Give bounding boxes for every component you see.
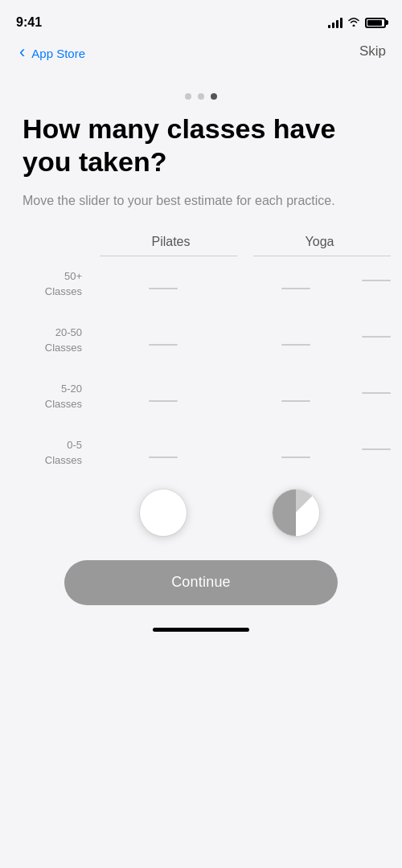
pilates-header: Pilates [96, 235, 245, 249]
skip-button[interactable]: Skip [359, 43, 386, 59]
grid-headers: Pilates Yoga [96, 235, 394, 249]
continue-button[interactable]: Continue [64, 560, 338, 605]
dot-1 [185, 93, 191, 100]
wifi-icon [347, 16, 360, 29]
row-0-5-pilates [96, 448, 229, 458]
row-20-50-pilates [96, 336, 229, 346]
row-0-5-cols [96, 448, 394, 458]
row-50plus-pilates [96, 280, 229, 289]
class-grid: Pilates Yoga 50+Classes 20-50Classes [8, 235, 394, 536]
back-button[interactable]: ‹ [16, 39, 28, 66]
battery-icon [365, 18, 386, 28]
row-0-5-label: 0-5Classes [8, 438, 96, 467]
row-50plus-yoga [229, 280, 362, 289]
status-bar: 9:41 [0, 0, 402, 39]
pagination-dots [185, 93, 217, 100]
row-20-50: 20-50Classes [8, 313, 394, 369]
status-icons [328, 16, 386, 29]
row-50plus-cols [96, 280, 394, 289]
row-5-20: 5-20Classes [8, 369, 394, 425]
yoga-slider-col[interactable] [229, 489, 362, 536]
main-content: How many classes have you taken? Move th… [0, 80, 402, 211]
yoga-header: Yoga [245, 235, 394, 249]
home-bar [153, 628, 249, 632]
continue-button-wrap: Continue [0, 560, 402, 605]
dot-2 [198, 93, 204, 100]
home-indicator [0, 628, 402, 640]
status-time: 9:41 [16, 15, 42, 30]
row-5-20-cols [96, 392, 394, 402]
row-5-20-pilates [96, 392, 229, 402]
row-5-20-label: 5-20Classes [8, 382, 96, 411]
dot-3 [211, 93, 217, 100]
pilates-slider-col[interactable] [96, 489, 229, 536]
app-store-label: App Store [31, 47, 85, 60]
signal-icon [328, 17, 343, 28]
row-5-20-yoga [229, 392, 362, 402]
row-20-50-label: 20-50Classes [8, 326, 96, 354]
row-20-50-yoga [229, 336, 362, 346]
row-20-50-cols [96, 336, 394, 346]
row-50plus: 50+Classes [8, 256, 394, 313]
row-50plus-label: 50+Classes [8, 269, 96, 298]
row-0-5: 0-5Classes [8, 425, 394, 481]
pilates-slider[interactable] [140, 489, 187, 536]
page-title: How many classes have you taken? [23, 113, 379, 178]
row-0-5-yoga [229, 448, 362, 458]
yoga-slider[interactable] [273, 489, 319, 536]
slider-row [96, 489, 394, 536]
page-subtitle: Move the slider to your best estimate fo… [23, 191, 379, 211]
